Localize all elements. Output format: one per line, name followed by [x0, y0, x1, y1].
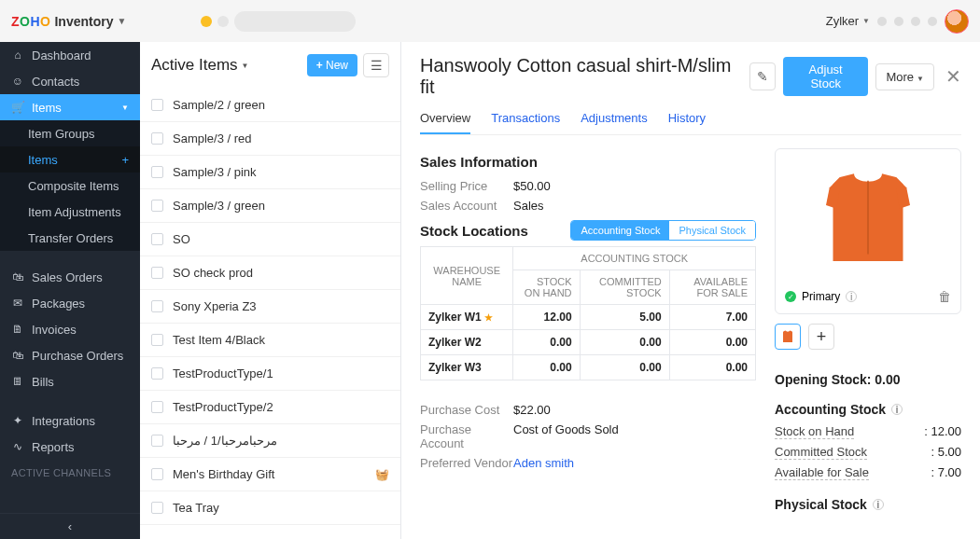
checkbox[interactable] [151, 334, 163, 346]
detail-panel: Hanswooly Cotton casual shirt-M/slim fit… [401, 42, 980, 539]
active-channels-label: ACTIVE CHANNELS [0, 460, 140, 486]
checkbox[interactable] [151, 233, 163, 245]
tab-adjustments[interactable]: Adjustments [581, 111, 648, 134]
sidebar-item-composite[interactable]: Composite Items [0, 173, 140, 199]
sidebar-item-invoices[interactable]: 🗎Invoices [0, 316, 140, 342]
checkbox[interactable] [151, 502, 163, 514]
list-title-dropdown[interactable]: Active Items▼ [151, 56, 249, 75]
segment-accounting[interactable]: Accounting Stock [571, 221, 669, 240]
list-item[interactable]: SO [140, 223, 400, 256]
sidebar-item-integrations[interactable]: ✦Integrations [0, 408, 140, 434]
checkbox[interactable] [151, 200, 163, 212]
field-label: Purchase Account [420, 422, 513, 450]
cell-available: 7.00 [669, 305, 755, 330]
th-soh: STOCK ON HAND [513, 270, 580, 305]
checkbox[interactable] [151, 99, 163, 111]
list-item[interactable]: TestProductType/2 [140, 391, 400, 424]
avatar[interactable] [945, 9, 969, 34]
sidebar-item-label: Items [32, 101, 62, 115]
list-item-label: Tea Tray [173, 501, 219, 515]
new-button[interactable]: New [307, 54, 357, 76]
sidebar-item-item-groups[interactable]: Item Groups [0, 120, 140, 146]
checkbox[interactable] [151, 468, 163, 480]
segment-physical[interactable]: Physical Stock [669, 221, 755, 240]
trash-icon[interactable]: 🗑 [938, 289, 951, 304]
info-icon[interactable]: i [846, 291, 857, 302]
list-item[interactable]: Tea Tray [140, 491, 400, 525]
thumbnail[interactable] [775, 324, 801, 350]
info-icon[interactable]: i [891, 404, 903, 415]
vendor-link[interactable]: Aden smith [513, 456, 574, 470]
top-dot [928, 17, 937, 26]
checkbox[interactable] [151, 401, 163, 413]
list-item[interactable]: Test Item 4/Black [140, 324, 400, 357]
sidebar: ⌂Dashboard ☺Contacts 🛒Items▼ Item Groups… [0, 42, 140, 539]
list-item-label: Sony Xperia Z3 [173, 299, 257, 313]
table-row[interactable]: Zylker W30.000.000.00 [421, 355, 756, 380]
sidebar-item-transfer-orders[interactable]: Transfer Orders [0, 225, 140, 251]
tab-overview[interactable]: Overview [420, 111, 470, 134]
list-item-label: SO check prod [173, 266, 253, 280]
home-icon: ⌂ [11, 48, 24, 62]
sidebar-item-packages[interactable]: ✉Packages [0, 290, 140, 316]
table-row[interactable]: Zylker W1★12.005.007.00 [421, 305, 756, 330]
side-label: Committed Stock [775, 445, 867, 460]
checkbox[interactable] [151, 267, 163, 279]
cell-committed: 0.00 [580, 355, 669, 380]
sidebar-item-purchase-orders[interactable]: 🛍Purchase Orders [0, 342, 140, 368]
checkbox[interactable] [151, 435, 163, 447]
tab-history[interactable]: History [668, 111, 706, 134]
checkbox[interactable] [151, 300, 163, 312]
company-switcher[interactable]: Zylker ▼ [826, 14, 870, 28]
sidebar-item-contacts[interactable]: ☺Contacts [0, 68, 140, 94]
list-item[interactable]: Sony Xperia Z3 [140, 290, 400, 324]
list-item[interactable]: Sample/2 / green [140, 89, 400, 122]
sidebar-item-reports[interactable]: ∿Reports [0, 434, 140, 460]
table-row[interactable]: Zylker W20.000.000.00 [421, 330, 756, 355]
list-item[interactable]: Sample/3 / green [140, 189, 400, 223]
side-value: : 12.00 [924, 424, 961, 439]
list-item-label: Sample/3 / pink [173, 165, 257, 179]
sidebar-item-label: Sales Orders [32, 270, 103, 284]
warehouse-name: Zylker W2 [421, 330, 513, 355]
list-menu-button[interactable]: ☰ [363, 53, 389, 77]
close-icon[interactable]: ✕ [945, 65, 961, 88]
brand-menu[interactable]: ZOHO Inventory ▼ [11, 14, 126, 29]
list-item[interactable]: TestProductType/1 [140, 357, 400, 391]
field-label: Selling Price [420, 179, 513, 193]
cart-icon: 🛍 [11, 270, 24, 283]
sidebar-item-sales-orders[interactable]: 🛍Sales Orders [0, 264, 140, 290]
sidebar-item-items[interactable]: 🛒Items▼ [0, 94, 140, 120]
add-image-button[interactable]: + [808, 324, 834, 350]
chevron-down-icon: ▼ [242, 62, 249, 70]
adjust-stock-button[interactable]: Adjust Stock [783, 57, 869, 96]
page-title: Hanswooly Cotton casual shirt-M/slim fit [420, 55, 742, 98]
checkbox[interactable] [151, 367, 163, 380]
basket-icon: 🧺 [375, 468, 389, 481]
sidebar-item-items-sub[interactable]: Items+ [0, 146, 140, 173]
more-button[interactable]: More▼ [875, 63, 934, 90]
list-item[interactable]: مرحبامرحبا/1 / مرحبا [140, 424, 400, 458]
tab-transactions[interactable]: Transactions [491, 111, 560, 134]
list-item[interactable]: SO check prod [140, 256, 400, 290]
plus-icon[interactable]: + [121, 153, 129, 167]
checkbox[interactable] [151, 132, 163, 145]
list-item[interactable]: Sample/3 / pink [140, 156, 400, 189]
warehouse-name: Zylker W3 [421, 355, 513, 380]
info-icon[interactable]: i [873, 499, 884, 510]
chevron-left-icon: ‹ [68, 519, 72, 533]
edit-button[interactable]: ✎ [749, 62, 776, 90]
cart-icon: 🛒 [11, 101, 24, 114]
stock-table: WAREHOUSE NAME ACCOUNTING STOCK STOCK ON… [420, 246, 756, 380]
list-item[interactable]: Sample/3 / red [140, 122, 400, 156]
checkbox[interactable] [151, 166, 163, 178]
sidebar-collapse[interactable]: ‹ [0, 513, 140, 539]
sidebar-item-dashboard[interactable]: ⌂Dashboard [0, 42, 140, 68]
sidebar-item-label: Contacts [32, 75, 79, 89]
sidebar-item-bills[interactable]: 🗏Bills [0, 368, 140, 394]
sidebar-item-label: Packages [32, 297, 85, 311]
list-item[interactable]: Men's Birthday Gift🧺 [140, 458, 400, 491]
top-dot [894, 17, 903, 26]
stock-type-segment: Accounting Stock Physical Stock [570, 220, 756, 241]
sidebar-item-adjustments[interactable]: Item Adjustments [0, 199, 140, 225]
